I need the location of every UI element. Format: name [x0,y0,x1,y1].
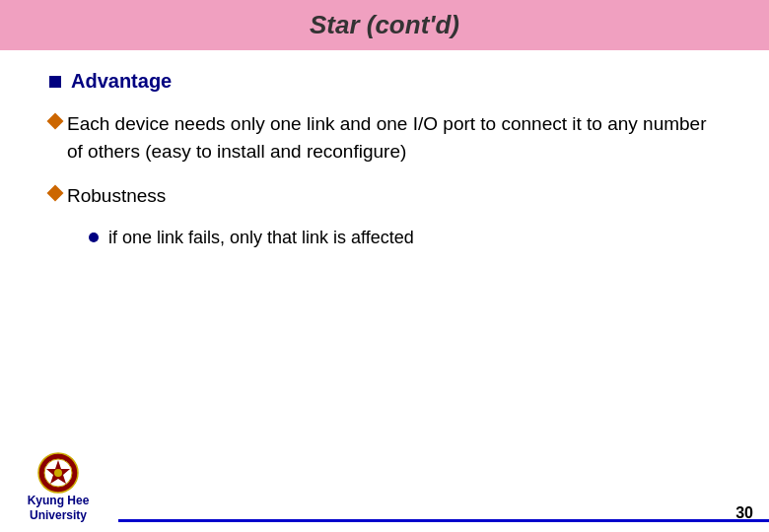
svg-point-3 [54,469,62,477]
advantage-heading: Advantage [49,70,720,93]
footer-line-area [118,519,769,532]
title-bar: Star (cont'd) [0,0,769,50]
university-name: Kyung Hee University [28,494,90,524]
slide-title: Star (cont'd) [310,10,459,39]
footer-logo-area: Kyung Hee University [0,444,118,532]
footer: Kyung Hee University [0,444,769,532]
bullet-text-1: Each device needs only one link and one … [67,110,720,165]
footer-line [118,519,769,522]
slide: Star (cont'd) Advantage Each device need… [0,0,769,532]
bullet-item-2: Robustness [49,182,720,210]
university-crest-icon [37,452,79,494]
advantage-label: Advantage [71,70,172,93]
page-number: 30 [735,504,753,522]
sub-bullet-text-1: if one link fails, only that link is aff… [108,228,414,248]
bullet-text-2: Robustness [67,182,720,210]
bullet-item-1: Each device needs only one link and one … [49,110,720,165]
diamond-bullet-icon-2 [47,185,64,202]
square-bullet-icon [49,76,61,88]
diamond-bullet-icon-1 [47,113,64,130]
circle-bullet-icon-1 [89,233,99,242]
sub-bullet-item-1: if one link fails, only that link is aff… [89,228,720,248]
content-area: Advantage Each device needs only one lin… [0,70,769,248]
